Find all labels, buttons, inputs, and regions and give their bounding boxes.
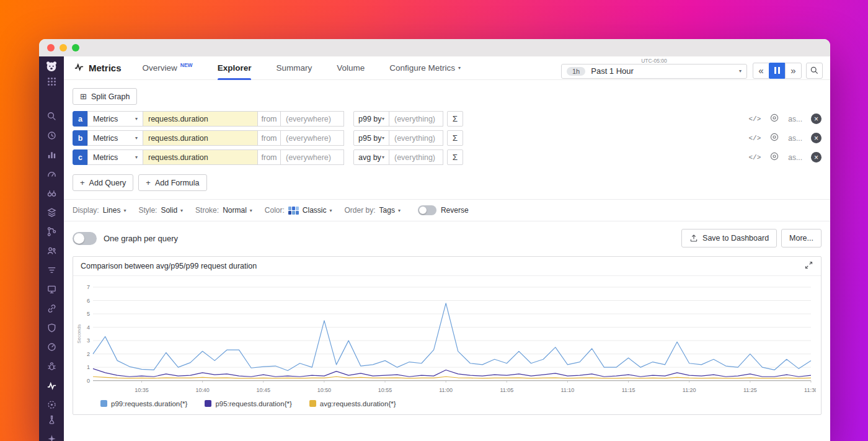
scope-input[interactable]: (everywhere) bbox=[280, 111, 344, 127]
metric-name-input[interactable]: requests.duration bbox=[143, 111, 258, 127]
export-icon[interactable] bbox=[769, 113, 779, 125]
legend-swatch bbox=[100, 400, 107, 407]
legend-item-p99[interactable]: p99:requests.duration{*} bbox=[100, 400, 187, 408]
watchdog-binoculars-icon[interactable] bbox=[39, 185, 64, 200]
rum-monitor-icon[interactable] bbox=[39, 282, 64, 296]
legend-item-avg[interactable]: avg:requests.duration{*} bbox=[309, 400, 396, 408]
order-by-select[interactable]: Tags▾ bbox=[379, 206, 401, 215]
error-tracking-bug-icon[interactable] bbox=[39, 359, 64, 373]
export-icon[interactable] bbox=[769, 132, 779, 145]
one-graph-per-query-toggle[interactable] bbox=[73, 232, 97, 245]
close-window-button[interactable] bbox=[47, 44, 55, 51]
add-formula-button[interactable]: + Add Formula bbox=[138, 174, 206, 191]
page-title: Metrics bbox=[89, 63, 122, 73]
display-select[interactable]: Lines▾ bbox=[103, 206, 126, 215]
export-icon[interactable] bbox=[769, 151, 779, 164]
display-options-bar: Display: Lines▾ Style: Solid▾ Stroke: No… bbox=[64, 200, 830, 221]
svg-text:10:55: 10:55 bbox=[378, 387, 392, 393]
query-source-select[interactable]: Metrics▾ bbox=[87, 111, 143, 127]
as-option[interactable]: as... bbox=[788, 115, 802, 123]
tab-overview[interactable]: Overview NEW bbox=[143, 56, 193, 80]
security-shield-icon[interactable] bbox=[39, 320, 64, 335]
bar-chart-icon[interactable] bbox=[39, 147, 64, 162]
aggregator-select[interactable]: avg by▾ bbox=[353, 149, 389, 165]
expand-chart-icon[interactable] bbox=[804, 261, 813, 272]
page-header: Metrics Overview NEW Explorer Summary Vo… bbox=[64, 56, 830, 80]
more-button[interactable]: More... bbox=[781, 229, 822, 247]
remove-query-button[interactable]: × bbox=[811, 114, 822, 124]
line-chart: 0123456710:3510:4010:4510:5010:5511:0011… bbox=[76, 281, 816, 398]
query-source-select[interactable]: Metrics▾ bbox=[87, 130, 143, 146]
chevron-down-icon: ▾ bbox=[382, 135, 384, 141]
time-range-selector[interactable]: 1h Past 1 Hour ▾ bbox=[561, 64, 747, 79]
reverse-toggle[interactable] bbox=[418, 205, 436, 215]
sidebar bbox=[39, 56, 64, 441]
remove-query-button[interactable]: × bbox=[811, 133, 822, 143]
sigma-function-button[interactable]: Σ bbox=[447, 130, 463, 146]
code-icon[interactable]: </> bbox=[749, 115, 761, 123]
aggregator-select[interactable]: p95 by▾ bbox=[353, 130, 389, 146]
query-row-a: a Metrics▾ requests.duration from (every… bbox=[73, 111, 822, 127]
query-letter-badge[interactable]: a bbox=[73, 111, 88, 127]
split-graph-button[interactable]: ⊞ Split Graph bbox=[73, 88, 137, 105]
sigma-function-button[interactable]: Σ bbox=[447, 111, 463, 127]
tab-summary[interactable]: Summary bbox=[276, 56, 312, 80]
minimize-window-button[interactable] bbox=[60, 44, 67, 51]
plus-icon: + bbox=[80, 178, 85, 187]
color-select[interactable]: Classic▾ bbox=[303, 206, 332, 215]
pause-button[interactable] bbox=[769, 63, 786, 79]
code-icon[interactable]: </> bbox=[749, 154, 761, 161]
legend-item-p95[interactable]: p95:requests.duration{*} bbox=[205, 400, 291, 408]
svg-text:10:50: 10:50 bbox=[317, 387, 331, 393]
tab-explorer[interactable]: Explorer bbox=[218, 56, 252, 80]
code-icon[interactable]: </> bbox=[749, 135, 761, 142]
metrics-pulse-icon[interactable] bbox=[39, 378, 64, 393]
llm-target-icon[interactable] bbox=[39, 397, 64, 412]
style-select[interactable]: Solid▾ bbox=[161, 206, 183, 215]
sigma-function-button[interactable]: Σ bbox=[447, 149, 463, 165]
ci-pipelines-icon[interactable] bbox=[39, 224, 64, 239]
query-letter-badge[interactable]: b bbox=[73, 130, 88, 146]
metric-name-input[interactable]: requests.duration bbox=[143, 130, 258, 146]
time-forward-button[interactable]: » bbox=[785, 63, 802, 79]
save-to-dashboard-button[interactable]: Save to Dashboard bbox=[681, 229, 777, 247]
infrastructure-layers-icon[interactable] bbox=[39, 205, 64, 220]
tab-volume[interactable]: Volume bbox=[337, 56, 365, 80]
stroke-select[interactable]: Normal▾ bbox=[223, 206, 252, 215]
close-icon: × bbox=[814, 115, 818, 123]
query-row-b: b Metrics▾ requests.duration from (every… bbox=[73, 130, 822, 146]
time-backward-button[interactable]: « bbox=[753, 63, 769, 79]
datadog-logo-icon[interactable] bbox=[39, 60, 64, 73]
tab-configure-metrics[interactable]: Configure Metrics ▾ bbox=[389, 56, 461, 80]
add-query-button[interactable]: + Add Query bbox=[73, 174, 133, 191]
profiling-gauge-icon[interactable] bbox=[39, 339, 64, 354]
metrics-pulse-icon bbox=[74, 61, 84, 74]
chevron-down-icon: ▾ bbox=[135, 135, 138, 141]
group-by-input[interactable]: (everything) bbox=[389, 149, 443, 165]
as-option[interactable]: as... bbox=[788, 134, 802, 143]
dashboards-gauge-icon[interactable] bbox=[39, 166, 64, 181]
group-by-input[interactable]: (everything) bbox=[389, 130, 443, 146]
svg-text:10:40: 10:40 bbox=[195, 387, 209, 393]
as-option[interactable]: as... bbox=[788, 153, 802, 162]
scope-input[interactable]: (everywhere) bbox=[280, 149, 344, 165]
query-letter-badge[interactable]: c bbox=[73, 149, 88, 165]
group-by-input[interactable]: (everything) bbox=[389, 111, 443, 127]
service-people-icon[interactable] bbox=[39, 243, 64, 258]
aggregator-select[interactable]: p99 by▾ bbox=[353, 111, 389, 127]
log-filter-icon[interactable] bbox=[39, 262, 64, 277]
synthetics-link-icon[interactable] bbox=[39, 301, 64, 316]
metric-name-input[interactable]: requests.duration bbox=[143, 149, 258, 165]
onboarding-sparkle-icon[interactable] bbox=[39, 431, 64, 441]
query-source-select[interactable]: Metrics▾ bbox=[87, 149, 143, 165]
apps-grid-icon[interactable] bbox=[39, 77, 64, 86]
zoom-button[interactable] bbox=[806, 63, 823, 79]
history-clock-icon[interactable] bbox=[39, 128, 64, 143]
search-icon[interactable] bbox=[39, 109, 64, 123]
settings-flask-icon[interactable] bbox=[39, 412, 64, 427]
remove-query-button[interactable]: × bbox=[811, 152, 822, 163]
time-range-badge: 1h bbox=[567, 67, 585, 76]
chevron-down-icon: ▾ bbox=[135, 116, 138, 122]
zoom-window-button[interactable] bbox=[72, 44, 79, 51]
scope-input[interactable]: (everywhere) bbox=[280, 130, 344, 146]
